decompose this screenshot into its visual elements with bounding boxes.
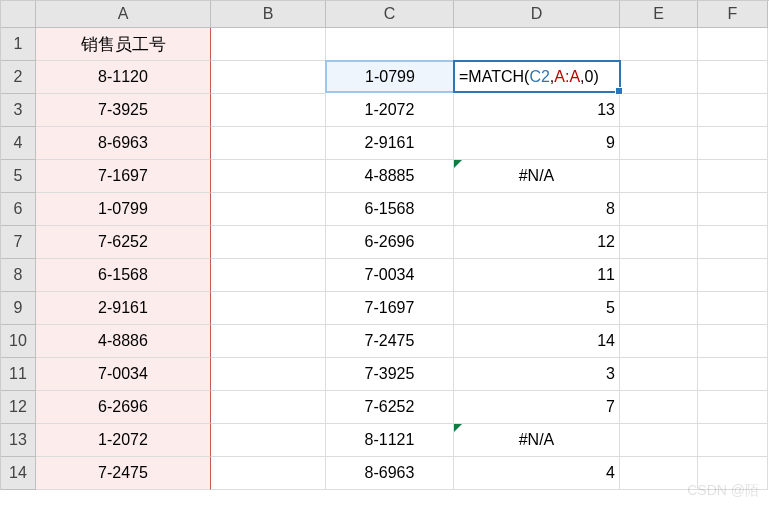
col-header-D[interactable]: D	[454, 1, 620, 28]
cell-E1[interactable]	[620, 28, 698, 61]
cell-F7[interactable]	[698, 226, 768, 259]
cell-A10[interactable]: 4-8886	[36, 325, 211, 358]
cell-F14[interactable]	[698, 457, 768, 490]
cell-E12[interactable]	[620, 391, 698, 424]
cell-C6[interactable]: 6-1568	[326, 193, 454, 226]
cell-D14[interactable]: 4	[454, 457, 620, 490]
cell-D3[interactable]: 13	[454, 94, 620, 127]
cell-A9[interactable]: 2-9161	[36, 292, 211, 325]
cell-B8[interactable]	[211, 259, 326, 292]
row-header[interactable]: 13	[1, 424, 36, 457]
cell-B4[interactable]	[211, 127, 326, 160]
cell-C2-active[interactable]: 1-0799	[325, 60, 455, 93]
cell-A8[interactable]: 6-1568	[36, 259, 211, 292]
cell-C13[interactable]: 8-1121	[326, 424, 454, 457]
cell-F11[interactable]	[698, 358, 768, 391]
cell-D7[interactable]: 12	[454, 226, 620, 259]
cell-E3[interactable]	[620, 94, 698, 127]
col-header-A[interactable]: A	[36, 1, 211, 28]
cell-A5[interactable]: 7-1697	[36, 160, 211, 193]
cell-F6[interactable]	[698, 193, 768, 226]
cell-A6[interactable]: 1-0799	[36, 193, 211, 226]
cell-C11[interactable]: 7-3925	[326, 358, 454, 391]
cell-F9[interactable]	[698, 292, 768, 325]
cell-E14[interactable]	[620, 457, 698, 490]
cell-B5[interactable]	[211, 160, 326, 193]
row-header[interactable]: 7	[1, 226, 36, 259]
cell-D12[interactable]: 7	[454, 391, 620, 424]
cell-C3[interactable]: 1-2072	[326, 94, 454, 127]
cell-A14[interactable]: 7-2475	[36, 457, 211, 490]
col-header-C[interactable]: C	[326, 1, 454, 28]
row-header[interactable]: 1	[1, 28, 36, 61]
row-header[interactable]: 5	[1, 160, 36, 193]
cell-D9[interactable]: 5	[454, 292, 620, 325]
cell-B2[interactable]	[211, 61, 326, 94]
row-header[interactable]: 11	[1, 358, 36, 391]
row-header[interactable]: 9	[1, 292, 36, 325]
cell-B9[interactable]	[211, 292, 326, 325]
cell-C10[interactable]: 7-2475	[326, 325, 454, 358]
cell-C1[interactable]	[326, 28, 454, 61]
row-header[interactable]: 2	[1, 61, 36, 94]
cell-C5[interactable]: 4-8885	[326, 160, 454, 193]
cell-B12[interactable]	[211, 391, 326, 424]
cell-D1[interactable]	[454, 28, 620, 61]
cell-C8[interactable]: 7-0034	[326, 259, 454, 292]
cell-F4[interactable]	[698, 127, 768, 160]
cell-E7[interactable]	[620, 226, 698, 259]
cell-F5[interactable]	[698, 160, 768, 193]
cell-E9[interactable]	[620, 292, 698, 325]
cell-B10[interactable]	[211, 325, 326, 358]
cell-E5[interactable]	[620, 160, 698, 193]
col-header-F[interactable]: F	[698, 1, 768, 28]
cell-A4[interactable]: 8-6963	[36, 127, 211, 160]
corner-cell[interactable]	[1, 1, 36, 28]
cell-C12[interactable]: 7-6252	[326, 391, 454, 424]
cell-F1[interactable]	[698, 28, 768, 61]
cell-B3[interactable]	[211, 94, 326, 127]
col-header-E[interactable]: E	[620, 1, 698, 28]
cell-B1[interactable]	[211, 28, 326, 61]
cell-F2[interactable]	[698, 61, 768, 94]
cell-D6[interactable]: 8	[454, 193, 620, 226]
row-header[interactable]: 4	[1, 127, 36, 160]
cell-A13[interactable]: 1-2072	[36, 424, 211, 457]
row-header[interactable]: 14	[1, 457, 36, 490]
cell-F13[interactable]	[698, 424, 768, 457]
cell-F12[interactable]	[698, 391, 768, 424]
cell-A1[interactable]: 销售员工号	[36, 28, 211, 61]
cell-A12[interactable]: 6-2696	[36, 391, 211, 424]
cell-F8[interactable]	[698, 259, 768, 292]
cell-B14[interactable]	[211, 457, 326, 490]
row-header[interactable]: 6	[1, 193, 36, 226]
cell-C7[interactable]: 6-2696	[326, 226, 454, 259]
cell-D5-error[interactable]: #N/A	[454, 160, 620, 193]
cell-B6[interactable]	[211, 193, 326, 226]
row-header[interactable]: 8	[1, 259, 36, 292]
cell-A11[interactable]: 7-0034	[36, 358, 211, 391]
cell-C4[interactable]: 2-9161	[326, 127, 454, 160]
cell-F10[interactable]	[698, 325, 768, 358]
cell-D4[interactable]: 9	[454, 127, 620, 160]
col-header-B[interactable]: B	[211, 1, 326, 28]
cell-D11[interactable]: 3	[454, 358, 620, 391]
cell-B7[interactable]	[211, 226, 326, 259]
row-header[interactable]: 10	[1, 325, 36, 358]
cell-A7[interactable]: 7-6252	[36, 226, 211, 259]
cell-D13-error[interactable]: #N/A	[454, 424, 620, 457]
cell-E11[interactable]	[620, 358, 698, 391]
row-header[interactable]: 3	[1, 94, 36, 127]
cell-B13[interactable]	[211, 424, 326, 457]
cell-B11[interactable]	[211, 358, 326, 391]
cell-D2-formula[interactable]: =MATCH(C2,A:A,0)	[453, 60, 621, 93]
cell-A3[interactable]: 7-3925	[36, 94, 211, 127]
cell-E6[interactable]	[620, 193, 698, 226]
row-header[interactable]: 12	[1, 391, 36, 424]
cell-E2[interactable]	[620, 61, 698, 94]
cell-E13[interactable]	[620, 424, 698, 457]
cell-C9[interactable]: 7-1697	[326, 292, 454, 325]
cell-F3[interactable]	[698, 94, 768, 127]
cell-E4[interactable]	[620, 127, 698, 160]
cell-E10[interactable]	[620, 325, 698, 358]
